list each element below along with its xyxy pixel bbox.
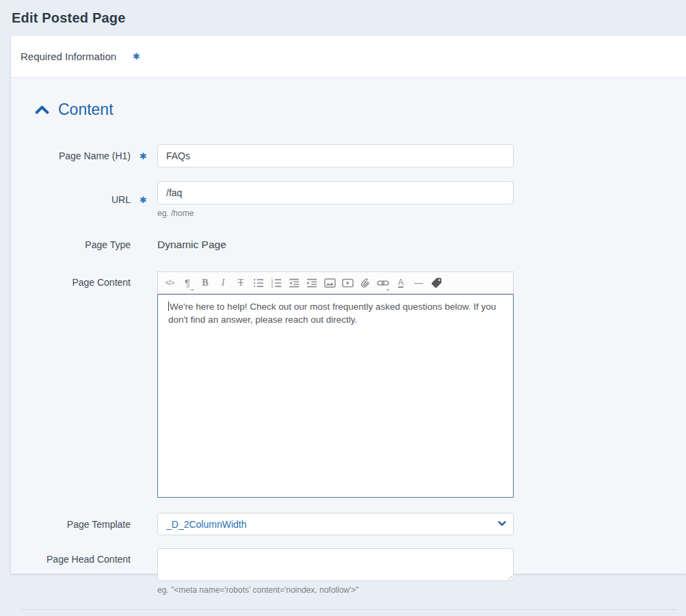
page-type-row: Page Type Dynamic Page [11, 239, 686, 251]
page-type-value: Dynamic Page [157, 239, 514, 251]
page-head-content-textarea[interactable] [157, 548, 514, 581]
horizontal-rule-button[interactable]: — [410, 272, 427, 293]
insert-video-button[interactable] [339, 272, 356, 293]
text-color-button[interactable]: A [392, 272, 410, 293]
page-header: Edit Posted Page [0, 0, 686, 36]
ordered-list-button[interactable]: 1 2 3 [267, 272, 285, 293]
page-head-content-label: Page Head Content [11, 548, 131, 565]
page-head-content-hint: eg. "<meta name='robots' content='noinde… [157, 585, 514, 595]
unordered-list-button[interactable] [250, 272, 267, 293]
rich-text-editor: </> ¶ B I T [157, 271, 514, 498]
url-label: URL [11, 194, 131, 205]
page-name-input[interactable] [157, 144, 514, 168]
required-asterisk-icon: ✱ [133, 51, 140, 62]
ordered-list-icon: 1 2 3 [271, 278, 282, 289]
edit-page-card: Required Information ✱ Content Page Name… [11, 36, 686, 574]
content-form: Page Name (H1) ✱ URL ✱ eg. /home Page Ty… [11, 144, 686, 610]
page-content-row: Page Content </> ¶ B [11, 271, 686, 498]
strikethrough-button[interactable]: T [232, 272, 250, 293]
required-asterisk-icon: ✱ [131, 151, 157, 161]
code-view-button[interactable]: </> [161, 272, 179, 293]
page-head-content-row: Page Head Content eg. "<meta name='robot… [11, 548, 686, 595]
dropdown-caret-icon [190, 289, 194, 291]
bold-button[interactable]: B [196, 272, 214, 293]
required-information-section-header[interactable]: Required Information ✱ [11, 36, 686, 78]
page-type-label: Page Type [11, 239, 131, 250]
dropdown-caret-icon [386, 289, 390, 291]
url-row: URL ✱ eg. /home [11, 181, 686, 218]
required-information-label: Required Information [21, 51, 116, 62]
outdent-icon [289, 278, 300, 289]
svg-text:3: 3 [271, 284, 273, 288]
required-asterisk-icon: ✱ [131, 195, 157, 205]
insert-link-button[interactable] [374, 272, 392, 293]
page-content-label: Page Content [11, 271, 131, 288]
unordered-list-icon [253, 278, 264, 289]
content-panel: Content Page Name (H1) ✱ URL ✱ eg. /home [11, 78, 686, 616]
image-icon [324, 278, 336, 289]
page-name-label: Page Name (H1) [11, 150, 131, 161]
page-content-editable[interactable]: We're here to help! Check out our most f… [157, 294, 514, 498]
page-template-label: Page Template [11, 519, 131, 530]
italic-button[interactable]: I [214, 272, 232, 293]
text-cursor [168, 302, 169, 311]
link-icon [377, 278, 389, 289]
page-content-text: We're here to help! Check out our most f… [168, 302, 496, 325]
section-divider [21, 609, 677, 610]
video-icon [342, 278, 354, 289]
indent-icon [306, 278, 317, 289]
chevron-up-icon [35, 105, 49, 115]
page-name-row: Page Name (H1) ✱ [11, 144, 686, 168]
content-section-toggle[interactable]: Content [35, 99, 114, 120]
page-template-row: Page Template _D_2ColumnWidth [11, 513, 686, 535]
attach-file-button[interactable] [356, 272, 374, 293]
indent-button[interactable] [303, 272, 321, 293]
page-title: Edit Posted Page [12, 10, 126, 26]
url-input[interactable] [157, 181, 514, 204]
paragraph-format-button[interactable]: ¶ [179, 272, 196, 293]
page-template-select[interactable]: _D_2ColumnWidth [157, 513, 514, 535]
editor-toolbar: </> ¶ B I T [157, 271, 514, 294]
tag-icon [431, 277, 443, 289]
url-hint: eg. /home [157, 209, 514, 218]
insert-image-button[interactable] [321, 272, 339, 293]
content-section-title: Content [58, 101, 114, 119]
paperclip-icon [360, 278, 371, 289]
insert-tag-button[interactable] [427, 272, 445, 293]
outdent-button[interactable] [285, 272, 303, 293]
